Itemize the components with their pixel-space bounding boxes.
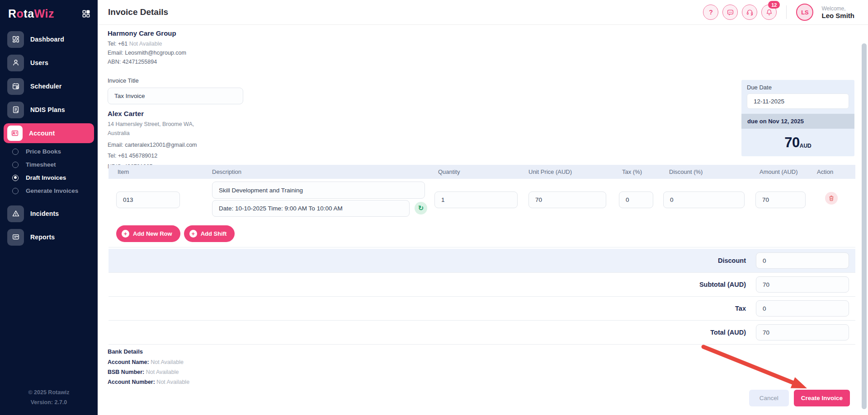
sidebar: RotaWiz Dashboard Users Scheduler NDIS P…: [0, 0, 98, 415]
delete-row-trash-icon[interactable]: [825, 192, 838, 205]
top-header: Invoice Details ? 12 LS Welcome, Leo Smi…: [98, 0, 868, 25]
due-amount-currency: AUD: [800, 143, 811, 149]
invoice-items-table: Item Description Quantity Unit Price (AU…: [108, 165, 855, 247]
page-title: Invoice Details: [108, 7, 168, 17]
support-headset-icon[interactable]: [742, 5, 757, 20]
header-divider: [786, 5, 787, 19]
tax-input[interactable]: [619, 191, 653, 208]
table-row: ↻: [108, 179, 855, 220]
account-name-label: Account Name:: [108, 359, 149, 365]
col-header-discount: Discount (%): [669, 165, 703, 179]
add-new-row-label: Add New Row: [133, 230, 172, 237]
due-amount: 70AUD: [741, 129, 854, 156]
radio-selected-icon: [12, 175, 19, 181]
plus-icon: +: [122, 230, 129, 238]
due-date-label: Due Date: [747, 84, 849, 91]
invoice-title-input[interactable]: [108, 88, 243, 104]
sidebar-item-scheduler[interactable]: Scheduler: [0, 75, 98, 98]
provider-tel-value: Not Available: [129, 41, 162, 47]
subtotal-input[interactable]: [756, 276, 849, 293]
sidebar-item-reports[interactable]: Reports: [0, 225, 98, 249]
create-invoice-button[interactable]: Create Invoice: [794, 390, 850, 406]
sidebar-collapse-grid-icon[interactable]: [82, 9, 90, 18]
sidebar-item-label: Account: [29, 130, 55, 137]
col-header-amount: Amount (AUD): [760, 165, 798, 179]
copyright-text: © 2025 Rotawiz: [0, 388, 98, 398]
client-info: Alex Carter 14 Hamersley Street, Broome …: [108, 110, 212, 171]
tax-total-input[interactable]: [756, 300, 849, 317]
bank-details-title: Bank Details: [108, 348, 189, 355]
client-address-line2: Australia: [108, 129, 212, 138]
app-logo: RotaWiz: [8, 7, 54, 20]
provider-tel-label: Tel: +61: [108, 41, 127, 47]
tax-total-row: Tax: [108, 297, 855, 321]
sidebar-subitem-label: Price Books: [26, 148, 61, 155]
version-text: Version: 2.7.0: [0, 398, 98, 408]
sidebar-item-label: Dashboard: [30, 36, 64, 43]
due-date-input[interactable]: [747, 93, 849, 109]
shift-history-icon[interactable]: ↻: [415, 202, 427, 214]
due-date-card: Due Date due on Nov 12, 2025 70AUD: [741, 80, 854, 156]
col-header-item: Item: [118, 165, 129, 179]
table-actions-row: + Add New Row + Add Shift: [108, 220, 855, 247]
shift-datetime-input[interactable]: [212, 200, 410, 217]
grand-total-input[interactable]: [756, 324, 849, 340]
radio-icon: [12, 188, 19, 194]
sidebar-item-label: Users: [30, 59, 48, 66]
user-name: Leo Smith: [821, 12, 854, 19]
due-amount-value: 70: [784, 135, 799, 151]
sidebar-subitem-draft-invoices[interactable]: Draft Invoices: [0, 171, 98, 184]
col-header-action: Action: [817, 165, 833, 179]
bsb-number-value: Not Available: [146, 369, 179, 375]
client-address-line1: 14 Hamersley Street, Broome WA,: [108, 120, 212, 129]
scheduler-icon: [7, 78, 24, 95]
avatar[interactable]: LS: [796, 4, 813, 21]
unit-price-input[interactable]: [528, 191, 606, 208]
total-label: Total (AUD): [710, 329, 746, 336]
bank-details: Bank Details Account Name: Not Available…: [108, 348, 189, 389]
description-input[interactable]: [212, 182, 425, 199]
client-name: Alex Carter: [108, 110, 212, 117]
sidebar-item-account[interactable]: Account: [4, 123, 94, 143]
question-mark-glyph: ?: [709, 9, 713, 16]
dashboard-icon: [7, 31, 24, 48]
add-new-row-button[interactable]: + Add New Row: [116, 225, 180, 242]
help-icon[interactable]: ?: [703, 5, 718, 20]
sidebar-subitem-price-books[interactable]: Price Books: [0, 145, 98, 158]
incidents-icon: [7, 205, 24, 222]
item-code-input[interactable]: [116, 191, 180, 208]
sidebar-item-users[interactable]: Users: [0, 51, 98, 75]
sidebar-subitem-label: Timesheet: [26, 161, 56, 168]
quantity-input[interactable]: [434, 191, 518, 208]
sidebar-item-dashboard[interactable]: Dashboard: [0, 28, 98, 51]
sidebar-subitem-label: Draft Invoices: [26, 174, 66, 181]
sidebar-item-incidents[interactable]: Incidents: [0, 202, 98, 225]
radio-icon: [12, 162, 19, 168]
chat-icon[interactable]: [722, 5, 738, 20]
tax-label: Tax: [735, 305, 746, 312]
provider-name: Harmony Care Group: [108, 29, 186, 37]
client-email: Email: carteralex12001@gmail.com: [108, 140, 212, 149]
cancel-button[interactable]: Cancel: [749, 390, 789, 406]
sidebar-item-label: Scheduler: [30, 83, 62, 90]
discount-input[interactable]: [663, 191, 745, 208]
plus-icon: +: [189, 230, 197, 238]
col-header-description: Description: [212, 165, 241, 179]
notifications-bell-icon[interactable]: 12: [761, 5, 777, 20]
col-header-tax: Tax (%): [622, 165, 642, 179]
discount-total-input[interactable]: [756, 252, 849, 269]
sidebar-subitem-timesheet[interactable]: Timesheet: [0, 158, 98, 171]
discount-label: Discount: [718, 257, 746, 264]
sidebar-item-ndis-plans[interactable]: NDIS Plans: [0, 98, 98, 121]
subtotal-label: Subtotal (AUD): [699, 281, 746, 288]
sidebar-item-label: Reports: [30, 233, 55, 241]
users-icon: [7, 55, 24, 71]
amount-input[interactable]: [755, 191, 806, 208]
vertical-scrollbar[interactable]: [862, 43, 867, 409]
sidebar-subitem-generate-invoices[interactable]: Generate Invoices: [0, 184, 98, 197]
account-number-value: Not Available: [156, 379, 189, 385]
table-header-row: Item Description Quantity Unit Price (AU…: [108, 165, 855, 179]
sidebar-item-label: NDIS Plans: [30, 106, 65, 113]
add-shift-label: Add Shift: [201, 230, 227, 237]
add-shift-button[interactable]: + Add Shift: [184, 225, 235, 242]
